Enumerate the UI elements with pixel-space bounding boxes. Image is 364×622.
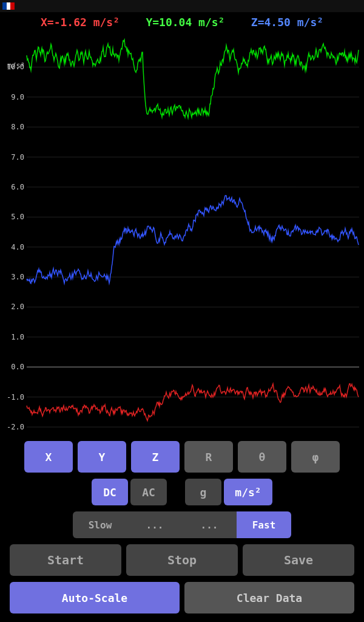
accelerometer-chart xyxy=(0,32,364,432)
x-unit: m/s² xyxy=(93,16,120,29)
dc-mode-button[interactable]: DC xyxy=(92,479,128,505)
save-button[interactable]: Save xyxy=(243,544,354,576)
speed-mid1-button[interactable]: ... xyxy=(127,511,182,538)
status-bar xyxy=(0,0,364,12)
z-unit: m/s² xyxy=(297,16,323,29)
flag-icon xyxy=(2,2,15,10)
unit-buttons: g m/s² xyxy=(185,479,272,505)
z-value: 4.50 xyxy=(265,16,291,29)
y-unit: m/s² xyxy=(198,16,224,29)
y-reading: Y=10.04 m/s² xyxy=(146,16,231,29)
chart-container xyxy=(0,30,364,435)
autoscale-button[interactable]: Auto-Scale xyxy=(10,582,180,613)
y-value: 10.04 xyxy=(159,16,192,29)
z-reading: Z=4.50 m/s² xyxy=(251,16,323,29)
x-value: -1.62 xyxy=(54,16,87,29)
axis-z-button[interactable]: Z xyxy=(131,441,180,473)
speed-fast-button[interactable]: Fast xyxy=(237,511,291,538)
z-label: Z= xyxy=(251,16,265,29)
y-label: Y= xyxy=(146,16,159,29)
mode-unit-row: DC AC g m/s² xyxy=(10,479,354,505)
axis-y-button[interactable]: Y xyxy=(78,441,126,473)
bottom-buttons-row: Auto-Scale Clear Data xyxy=(10,582,354,613)
axis-buttons-row: X Y Z R θ φ xyxy=(10,441,354,473)
axis-x-button[interactable]: X xyxy=(24,441,73,473)
start-button[interactable]: Start xyxy=(10,544,121,576)
speed-mid2-button[interactable]: ... xyxy=(182,511,237,538)
speed-row: Slow ... ... Fast xyxy=(10,511,354,538)
x-reading: X=-1.62 m/s² xyxy=(41,16,126,29)
controls-panel: X Y Z R θ φ DC AC g m/s² Slow ... ... Fa… xyxy=(0,435,364,622)
clear-data-button[interactable]: Clear Data xyxy=(184,582,354,613)
axis-phi-button[interactable]: φ xyxy=(291,441,340,473)
action-buttons-row: Start Stop Save xyxy=(10,544,354,576)
g-unit-button[interactable]: g xyxy=(185,479,221,505)
stop-button[interactable]: Stop xyxy=(126,544,238,576)
axis-r-button[interactable]: R xyxy=(184,441,233,473)
ac-mode-button[interactable]: AC xyxy=(130,479,167,505)
axis-theta-button[interactable]: θ xyxy=(238,441,286,473)
ms2-unit-button[interactable]: m/s² xyxy=(224,479,272,505)
x-label: X= xyxy=(41,16,54,29)
sensor-readings: X=-1.62 m/s² Y=10.04 m/s² Z=4.50 m/s² xyxy=(0,12,364,30)
mode-buttons: DC AC xyxy=(92,479,167,505)
speed-slow-button[interactable]: Slow xyxy=(73,511,127,538)
